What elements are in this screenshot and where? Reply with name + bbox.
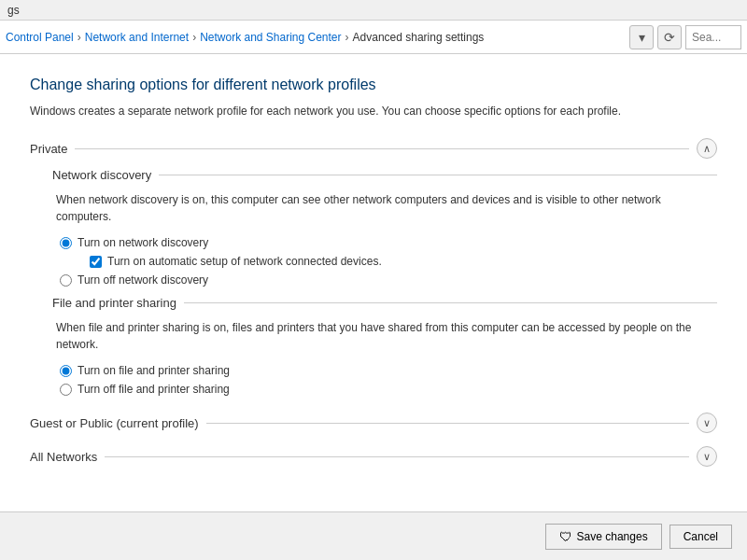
breadcrumb-sep-1: › [78, 31, 81, 44]
shield-icon: 🛡 [559, 529, 572, 544]
cancel-button[interactable]: Cancel [669, 525, 732, 549]
private-section-content: Network discovery When network discovery… [30, 168, 717, 396]
file-sharing-options: Turn on file and printer sharing Turn of… [52, 364, 717, 396]
guest-public-toggle[interactable]: ∨ [697, 413, 717, 433]
all-networks-toggle[interactable]: ∨ [697, 446, 717, 467]
file-sharing-header: File and printer sharing [52, 296, 717, 310]
page-subtitle: Windows creates a separate network profi… [30, 103, 717, 119]
private-section-header[interactable]: Private ∧ [30, 138, 717, 159]
nd-auto-checkbox[interactable] [90, 256, 102, 268]
private-section-toggle[interactable]: ∧ [697, 138, 717, 159]
all-networks-section-header[interactable]: All Networks ∨ [30, 444, 717, 469]
fp-on-radio[interactable] [60, 365, 72, 377]
breadcrumb-sharing-center[interactable]: Network and Sharing Center [200, 31, 341, 44]
breadcrumb: Control Panel › Network and Internet › N… [6, 31, 626, 44]
file-sharing-label: File and printer sharing [52, 296, 176, 310]
network-discovery-header: Network discovery [52, 168, 717, 182]
all-networks-label: All Networks [30, 450, 97, 464]
nd-on-option[interactable]: Turn on network discovery [60, 236, 717, 249]
nd-off-label: Turn off network discovery [78, 273, 208, 287]
save-label: Save changes [577, 530, 648, 543]
network-discovery-label: Network discovery [52, 168, 151, 182]
file-sharing-description: When file and printer sharing is on, fil… [52, 319, 717, 353]
nd-off-option[interactable]: Turn off network discovery [60, 273, 717, 287]
breadcrumb-control-panel[interactable]: Control Panel [6, 31, 74, 44]
network-discovery-options: Turn on network discovery Turn on automa… [52, 236, 717, 287]
guest-public-section-header[interactable]: Guest or Public (current profile) ∨ [30, 411, 717, 435]
breadcrumb-current: Advanced sharing settings [353, 31, 485, 44]
nd-off-radio[interactable] [60, 274, 72, 287]
breadcrumb-network-internet[interactable]: Network and Internet [85, 31, 189, 44]
main-content: Change sharing options for different net… [0, 54, 747, 560]
title-bar: gs [0, 0, 747, 21]
nd-auto-label: Turn on automatic setup of network conne… [107, 255, 382, 268]
refresh-button[interactable]: ⟳ [657, 25, 682, 49]
nd-on-label: Turn on network discovery [78, 236, 208, 249]
private-section-line [75, 148, 689, 149]
dropdown-button[interactable]: ▾ [629, 25, 654, 49]
network-discovery-description: When network discovery is on, this compu… [52, 191, 717, 225]
breadcrumb-sep-3: › [345, 31, 349, 44]
all-networks-line [105, 456, 689, 457]
network-discovery-line [159, 175, 717, 175]
fp-on-option[interactable]: Turn on file and printer sharing [60, 364, 717, 377]
nd-on-radio[interactable] [60, 237, 72, 249]
page-title: Change sharing options for different net… [30, 77, 717, 93]
address-bar: Control Panel › Network and Internet › N… [0, 21, 747, 54]
title-bar-text: gs [7, 4, 20, 17]
guest-public-label: Guest or Public (current profile) [30, 416, 199, 430]
bottom-bar: 🛡 Save changes Cancel [0, 511, 747, 560]
fp-off-radio[interactable] [60, 384, 72, 396]
nd-auto-option[interactable]: Turn on automatic setup of network conne… [90, 255, 717, 268]
breadcrumb-sep-2: › [192, 31, 196, 44]
fp-on-label: Turn on file and printer sharing [78, 364, 230, 377]
file-sharing-line [184, 302, 717, 303]
fp-off-label: Turn off file and printer sharing [78, 383, 230, 396]
private-section-label: Private [30, 142, 67, 156]
guest-public-line [206, 423, 689, 424]
save-button[interactable]: 🛡 Save changes [545, 524, 662, 550]
fp-off-option[interactable]: Turn off file and printer sharing [60, 383, 717, 396]
search-input[interactable] [685, 25, 741, 49]
